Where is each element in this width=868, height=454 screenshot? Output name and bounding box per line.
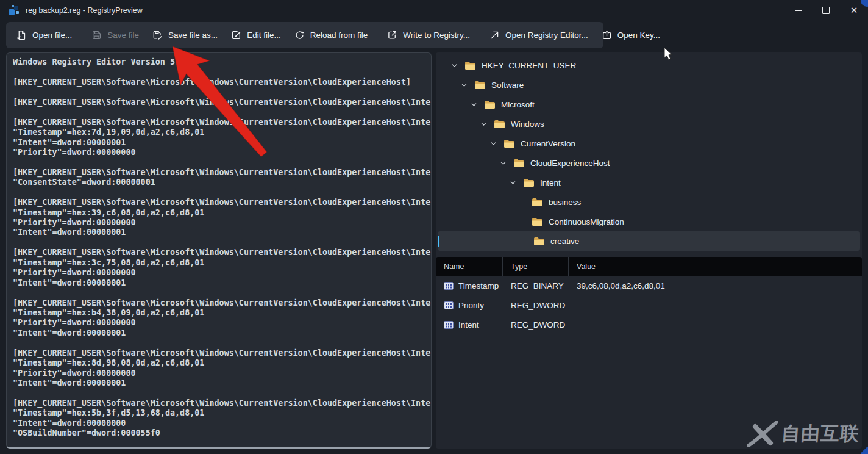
open-file-button[interactable]: Open file...: [10, 24, 79, 46]
reload-from-file-button[interactable]: Reload from file: [288, 24, 375, 46]
tree-item-windows[interactable]: Windows: [436, 114, 862, 134]
minimize-button[interactable]: [784, 0, 812, 21]
table-row[interactable]: Timestamp REG_BINARY 39,c6,08,0d,a2,c6,d…: [436, 276, 862, 295]
folder-icon: [532, 217, 543, 226]
chevron-down-icon[interactable]: [480, 121, 494, 128]
tree-item-label: HKEY_CURRENT_USER: [482, 61, 576, 70]
registry-line: "Intent"=dword:00000001: [13, 278, 425, 288]
folder-icon: [474, 81, 486, 90]
registry-text-editor[interactable]: Windows Registry Editor Version 5.00[HKE…: [6, 52, 432, 449]
registry-line: [13, 67, 425, 77]
value-name: Priority: [458, 301, 484, 310]
binary-value-icon: [444, 321, 454, 329]
chevron-down-icon[interactable]: [471, 101, 484, 108]
app-icon: [9, 5, 20, 16]
registry-line: [HKEY_CURRENT_USER\Software\Microsoft\Wi…: [13, 398, 425, 408]
write-registry-icon: [387, 30, 397, 40]
watermark-text: 自由互联: [781, 421, 861, 447]
tree-item-currentversion[interactable]: CurrentVersion: [436, 134, 862, 153]
save-file-as-button[interactable]: Save file as...: [146, 24, 224, 46]
toolbar-button-label: Open Key...: [617, 31, 660, 40]
tree-item-creative[interactable]: creative: [438, 231, 860, 251]
registry-line: [13, 238, 425, 248]
registry-line: [HKEY_CURRENT_USER\Software\Microsoft\Wi…: [13, 198, 425, 207]
chevron-down-icon[interactable]: [500, 160, 513, 167]
registry-line: [13, 288, 425, 298]
toolbar-button-label: Save file as...: [168, 31, 218, 40]
window-title: reg backup2.reg - RegistryPreview: [26, 6, 143, 15]
maximize-button[interactable]: [812, 0, 840, 21]
registry-line: [13, 388, 425, 398]
tree-item-label: business: [549, 198, 581, 207]
toolbar-button-label: Open file...: [32, 31, 72, 40]
tree-item-software[interactable]: Software: [436, 75, 862, 95]
binary-value-icon: [444, 301, 454, 309]
registry-line: "Timestamp"=hex:b4,38,09,0d,a2,c6,d8,01: [13, 308, 425, 318]
folder-icon: [523, 178, 535, 187]
save-file-button[interactable]: Save file: [85, 24, 146, 46]
table-row[interactable]: Intent REG_DWORD: [436, 315, 862, 334]
tree-item-continuousmigration[interactable]: ContinuousMigration: [436, 212, 862, 231]
registry-line: "Priority"=dword:00000000: [13, 268, 425, 278]
chevron-down-icon[interactable]: [461, 82, 474, 88]
table-row[interactable]: Priority REG_DWORD: [436, 295, 862, 315]
registry-line: [HKEY_CURRENT_USER\Software\Microsoft\Wi…: [13, 168, 425, 178]
tree-item-label: Microsoft: [501, 100, 535, 109]
registry-line: [13, 188, 425, 198]
registry-preview-panel: HKEY_CURRENT_USER Software Microsoft: [436, 52, 862, 449]
registry-line: "Priority"=dword:00000000: [13, 318, 425, 328]
tree-item-intent[interactable]: Intent: [436, 173, 862, 192]
tree-item-hkey_current_user[interactable]: HKEY_CURRENT_USER: [436, 56, 862, 75]
registry-line: [13, 87, 425, 97]
registry-line: "ConsentState"=dword:00000001: [13, 178, 425, 187]
folder-icon: [513, 159, 525, 168]
registry-line: "OSBuildNumber"=dword:000055f0: [13, 428, 425, 438]
open-registry-editor-button[interactable]: Open Registry Editor...: [483, 24, 595, 46]
save-as-icon: [152, 30, 163, 40]
write-to-registry-button[interactable]: Write to Registry...: [380, 24, 477, 46]
binary-value-icon: [444, 282, 454, 290]
column-header-value[interactable]: Value: [569, 257, 669, 276]
column-header-blank: [669, 257, 862, 276]
folder-icon: [533, 237, 545, 246]
registry-line: [HKEY_CURRENT_USER\Software\Microsoft\Wi…: [13, 298, 425, 308]
toolbar-button-label: Save file: [107, 31, 139, 40]
tree-item-label: CloudExperienceHost: [530, 159, 610, 168]
chevron-down-icon[interactable]: [451, 62, 464, 69]
chevron-down-icon[interactable]: [510, 179, 523, 186]
tree-item-cloudexperiencehost[interactable]: CloudExperienceHost: [436, 153, 862, 173]
open-external-icon: [489, 30, 500, 40]
toolbar-button-label: Reload from file: [310, 31, 368, 40]
tree-item-label: Windows: [511, 120, 544, 129]
registry-line: [HKEY_CURRENT_USER\Software\Microsoft\Wi…: [13, 77, 425, 87]
registry-line: "Timestamp"=hex:39,c6,08,0d,a2,c6,d8,01: [13, 208, 425, 218]
registry-line: "Intent"=dword:00000001: [13, 138, 425, 148]
folder-icon: [503, 139, 515, 148]
column-header-name[interactable]: Name: [436, 257, 503, 276]
reload-icon: [294, 30, 305, 40]
edit-file-button[interactable]: Edit file...: [224, 24, 288, 46]
registry-line: "Timestamp"=hex:3c,75,08,0d,a2,c6,d8,01: [13, 258, 425, 268]
registry-line: [13, 338, 425, 348]
close-icon: ✕: [850, 5, 858, 16]
edit-icon: [231, 30, 241, 40]
registry-line: [HKEY_CURRENT_USER\Software\Microsoft\Wi…: [13, 348, 425, 358]
open-file-icon: [16, 30, 27, 40]
toolbar-button-label: Write to Registry...: [403, 31, 470, 40]
values-grid: Name Type Value Timestamp REG_BINARY 39,…: [436, 257, 862, 334]
chevron-down-icon[interactable]: [490, 140, 503, 147]
watermark-x-logo: [747, 421, 778, 447]
registry-line: "Priority"=dword:00000000: [13, 369, 425, 378]
column-header-type[interactable]: Type: [503, 257, 569, 276]
registry-line: "Timestamp"=hex:5b,3f,d5,13,68,da,d8,01: [13, 408, 425, 418]
tree-item-business[interactable]: business: [436, 192, 862, 212]
value-name: Timestamp: [458, 281, 499, 290]
registry-tree: HKEY_CURRENT_USER Software Microsoft: [436, 56, 862, 251]
registry-line: "Intent"=dword:00000001: [13, 228, 425, 237]
tree-item-microsoft[interactable]: Microsoft: [436, 95, 862, 114]
toolbar-button-label: Open Registry Editor...: [505, 31, 588, 40]
open-key-button[interactable]: Open Key...: [595, 24, 667, 46]
maximize-icon: [822, 7, 830, 14]
title-bar: reg backup2.reg - RegistryPreview ✕: [0, 0, 868, 21]
registry-line: "Priority"=dword:00000000: [13, 218, 425, 228]
